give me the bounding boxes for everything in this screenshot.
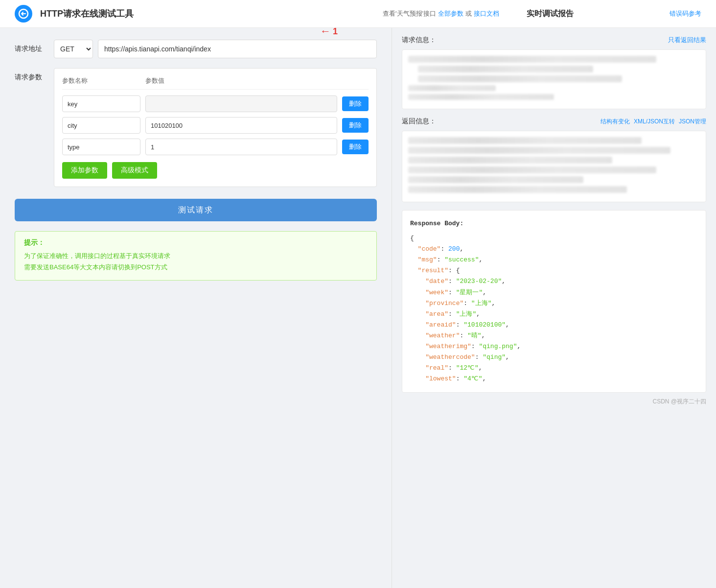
header-center-text: 查看'天气预报'接口 bbox=[383, 9, 436, 18]
response-info-box bbox=[402, 131, 706, 202]
header-center: 查看'天气预报'接口 全部参数 或 接口文档 bbox=[383, 9, 499, 18]
tip-title: 提示： bbox=[24, 238, 368, 247]
app-title: HTTP请求在线测试工具 bbox=[40, 8, 134, 20]
request-params-row: 请求参数 参数名称 参数值 删除 删除 bbox=[15, 68, 377, 187]
delete-btn-type[interactable]: 删除 bbox=[342, 140, 369, 154]
delete-btn-city[interactable]: 删除 bbox=[342, 118, 369, 133]
param-name-key[interactable] bbox=[62, 95, 140, 112]
tip-line-1: 为了保证准确性，调用接口的过程基于真实环境请求 bbox=[24, 250, 368, 261]
resp-blurred-1 bbox=[408, 137, 642, 144]
main-layout: 请求地址 GET POST ← 1 请求参数 参数名称 参数值 bbox=[0, 28, 716, 588]
tip-box: 提示： 为了保证准确性，调用接口的过程基于真实环境请求 需要发送BASE64等大… bbox=[15, 231, 377, 281]
request-url-label: 请求地址 bbox=[15, 45, 49, 53]
only-return-link[interactable]: 只看返回结果 bbox=[668, 36, 706, 45]
blurred-row-1 bbox=[408, 56, 656, 63]
param-name-city[interactable] bbox=[62, 117, 140, 134]
param-value-type[interactable] bbox=[145, 139, 337, 155]
logo-icon bbox=[15, 5, 32, 23]
rb-line-weatherimg: "weatherimg": "qing.png", bbox=[410, 341, 698, 352]
annotation: ← 1 bbox=[320, 28, 338, 38]
request-url-row: 请求地址 GET POST ← 1 bbox=[15, 40, 377, 58]
response-info-rows bbox=[408, 137, 700, 193]
app-header: HTTP请求在线测试工具 查看'天气预报'接口 全部参数 或 接口文档 实时调试… bbox=[0, 0, 716, 28]
col-name-header: 参数名称 bbox=[62, 76, 145, 85]
rb-line-msg: "msg": "success", bbox=[410, 255, 698, 265]
blurred-row-4 bbox=[408, 85, 496, 91]
right-panel: 请求信息： 只看返回结果 返回信息： 结构有变化 XML/JSON互转 JSON… bbox=[392, 28, 716, 588]
param-value-city[interactable] bbox=[145, 117, 337, 134]
annotation-number: 1 bbox=[333, 28, 338, 37]
rb-line-lowest: "lowest": "4℃", bbox=[410, 374, 698, 384]
realtime-report-title: 实时调试报告 bbox=[527, 9, 574, 18]
blurred-row-2 bbox=[418, 66, 593, 72]
rb-line-real: "real": "12℃", bbox=[410, 363, 698, 374]
rb-line-province: "province": "上海", bbox=[410, 298, 698, 309]
error-code-link[interactable]: 错误码参考 bbox=[670, 9, 701, 18]
response-links: 结构有变化 XML/JSON互转 JSON管理 bbox=[601, 118, 706, 126]
param-row-type: 删除 bbox=[62, 139, 369, 155]
col-value-header: 参数值 bbox=[145, 76, 369, 85]
request-info-rows bbox=[408, 56, 700, 100]
test-btn-wrap: 测试请求 bbox=[15, 199, 377, 221]
tip-line-2: 需要发送BASE64等大文本内容请切换到POST方式 bbox=[24, 261, 368, 273]
rb-line-code: "code": 200, bbox=[410, 244, 698, 255]
params-table-header: 参数名称 参数值 bbox=[62, 76, 369, 90]
param-row-city: 删除 bbox=[62, 117, 369, 134]
response-body-content: { "code": 200, "msg": "success", "result… bbox=[410, 233, 698, 384]
request-info-label: 请求信息： bbox=[402, 36, 436, 45]
test-request-button[interactable]: 测试请求 bbox=[15, 199, 377, 221]
method-select[interactable]: GET POST bbox=[54, 40, 93, 58]
rb-line-area: "area": "上海", bbox=[410, 309, 698, 320]
add-param-button[interactable]: 添加参数 bbox=[62, 162, 107, 179]
resp-blurred-2 bbox=[408, 147, 670, 154]
rb-line-brace: { bbox=[410, 233, 698, 244]
request-info-title-row: 请求信息： 只看返回结果 bbox=[402, 36, 706, 45]
response-section-header: 返回信息： 结构有变化 XML/JSON互转 JSON管理 bbox=[402, 117, 706, 126]
param-name-type[interactable] bbox=[62, 139, 140, 155]
url-input[interactable] bbox=[98, 40, 377, 58]
response-body-label: Response Body: bbox=[410, 218, 698, 229]
red-arrow-icon: ← bbox=[320, 28, 331, 38]
request-params-label: 请求参数 bbox=[15, 68, 49, 82]
request-info-box bbox=[402, 49, 706, 109]
rb-line-areaid: "areaid": "101020100", bbox=[410, 320, 698, 330]
resp-blurred-5 bbox=[408, 176, 583, 183]
rb-line-week: "week": "星期一", bbox=[410, 287, 698, 298]
advanced-mode-button[interactable]: 高级模式 bbox=[112, 162, 157, 179]
xml-json-link[interactable]: XML/JSON互转 bbox=[634, 118, 675, 126]
delete-btn-key[interactable]: 删除 bbox=[342, 96, 369, 111]
params-actions: 添加参数 高级模式 bbox=[62, 162, 369, 179]
api-doc-link[interactable]: 接口文档 bbox=[474, 9, 499, 18]
url-input-wrap: ← 1 bbox=[98, 40, 377, 58]
left-panel: 请求地址 GET POST ← 1 请求参数 参数名称 参数值 bbox=[0, 28, 392, 588]
all-params-link[interactable]: 全部参数 bbox=[438, 9, 463, 18]
return-info-label: 返回信息： bbox=[402, 117, 436, 126]
rb-line-date: "date": "2023-02-20", bbox=[410, 276, 698, 287]
structure-change-link[interactable]: 结构有变化 bbox=[601, 118, 630, 126]
resp-blurred-6 bbox=[408, 186, 627, 193]
blurred-row-3 bbox=[418, 75, 622, 82]
response-body-box: Response Body: { "code": 200, "msg": "su… bbox=[402, 210, 706, 393]
params-section: 参数名称 参数值 删除 删除 bbox=[54, 68, 377, 187]
rb-line-result: "result": { bbox=[410, 265, 698, 276]
csdn-watermark: CSDN @视序二十四 bbox=[402, 398, 706, 406]
resp-blurred-4 bbox=[408, 166, 656, 173]
blurred-row-5 bbox=[408, 94, 554, 100]
rb-line-weather: "weather": "晴", bbox=[410, 330, 698, 341]
param-row-key: 删除 bbox=[62, 95, 369, 112]
json-manage-link[interactable]: JSON管理 bbox=[679, 118, 706, 126]
resp-blurred-3 bbox=[408, 157, 612, 164]
header-right: 实时调试报告 bbox=[527, 9, 574, 19]
rb-line-weathercode: "weathercode": "qing", bbox=[410, 352, 698, 363]
param-value-key[interactable] bbox=[145, 95, 337, 112]
tip-content: 为了保证准确性，调用接口的过程基于真实环境请求 需要发送BASE64等大文本内容… bbox=[24, 250, 368, 273]
